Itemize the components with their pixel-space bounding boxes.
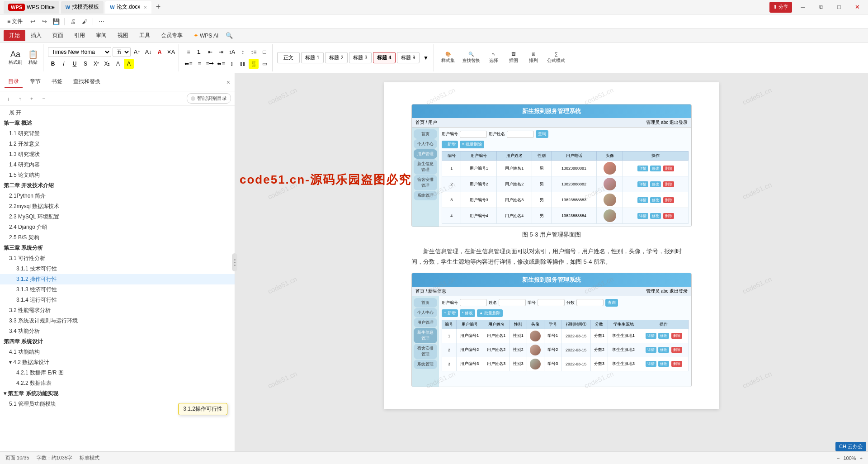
font-size-down-btn[interactable]: A↓ (143, 47, 153, 57)
toc-remove-btn[interactable]: − (38, 95, 48, 103)
superscript-btn[interactable]: X² (91, 59, 101, 69)
border2-btn[interactable]: ▭ (259, 59, 269, 69)
sidebar-close-btn[interactable]: × (226, 79, 230, 86)
add-btn-1[interactable]: + 新增 (442, 141, 458, 148)
sys-nav-newstudent-2[interactable]: 新生信息管理 (414, 328, 437, 343)
style-h2[interactable]: 标题 2 (325, 52, 348, 63)
clear-format-btn[interactable]: ✕A (166, 47, 176, 57)
find-replace-btn[interactable]: 🔍 查找替换 (459, 50, 483, 66)
style-normal[interactable]: 正文 (277, 52, 300, 63)
ai-recognition-btn[interactable]: 智能识别目录 (187, 93, 231, 104)
search-ribbon-btn[interactable]: 🔍 (224, 30, 235, 41)
sys-nav-home-1[interactable]: 首页 (414, 129, 437, 139)
ribbon-tab-view[interactable]: 视图 (112, 30, 134, 41)
align-right-btn[interactable]: ≡⮕ (205, 59, 215, 69)
line-spacing-btn[interactable]: ↕≡ (249, 47, 259, 57)
col-btn[interactable]: ⫿ (227, 59, 237, 69)
ribbon-tab-review[interactable]: 审阅 (90, 30, 112, 41)
search-xuehao-input[interactable] (538, 299, 565, 306)
font-size-select[interactable]: 五号 (113, 47, 131, 57)
edit-btn-3[interactable]: 修改 (650, 213, 661, 219)
ns-edit-btn-0[interactable]: 修改 (658, 333, 669, 339)
toc-item-3-2[interactable]: 3.2 性能需求分析 (0, 305, 235, 316)
del-btn-3[interactable]: 删除 (663, 213, 674, 219)
save-btn[interactable]: 💾 (51, 16, 61, 27)
toc-item-expand[interactable]: 展 开 (0, 108, 235, 118)
toc-item-4-2[interactable]: ▾ 4.2 数据库设计 (0, 357, 235, 368)
ns-del-btn-1[interactable]: 删除 (671, 347, 682, 353)
style-dropdown-btn[interactable]: ▼ (421, 53, 431, 63)
style-set-btn[interactable]: 🎨 样式集 (439, 50, 458, 66)
toc-item-1-5[interactable]: 1.5 论文结构 (0, 170, 235, 180)
doc-area[interactable]: code51.cn code51.cn code51.cn code51.cn … (235, 73, 868, 451)
sidebar-tab-findreplace[interactable]: 查找和替换 (70, 76, 104, 88)
toc-item-4-2-2[interactable]: 4.2.2 数据库表 (0, 378, 235, 388)
ribbon-tab-insert[interactable]: 插入 (25, 30, 47, 41)
font-color-btn[interactable]: A (155, 47, 165, 57)
detail-btn-2[interactable]: 详情 (637, 197, 648, 203)
sort-btn[interactable]: ↕ (238, 47, 248, 57)
sidebar-resize-handle[interactable] (232, 253, 237, 271)
style-h3[interactable]: 标题 3 (349, 52, 372, 63)
win-share-btn[interactable]: ⬆ 分享 (769, 2, 792, 13)
toc-item-3-1-1[interactable]: 3.1.1 技术可行性 (0, 264, 235, 274)
italic-btn[interactable]: I (59, 59, 69, 69)
win-restore-btn[interactable]: ⧉ (814, 2, 828, 13)
toc-add-btn[interactable]: + (27, 95, 37, 103)
search-uid-input[interactable] (460, 131, 487, 138)
toc-item-2-4[interactable]: 2.4 Django 介绍 (0, 222, 235, 232)
add-btn-2[interactable]: + 新增 (442, 309, 458, 317)
ns-edit-btn-2[interactable]: 修改 (658, 361, 669, 367)
align-center-btn[interactable]: ≡ (194, 59, 204, 69)
sys-nav-sysadmin-1[interactable]: 系统管理 (414, 191, 437, 200)
batch-delete-btn-1[interactable]: ≡ 批量删除 (460, 141, 484, 148)
tab-doc[interactable]: W 论文.docx × (105, 1, 151, 14)
search-name-input[interactable] (507, 131, 534, 138)
detail-btn-3[interactable]: 详情 (637, 213, 648, 219)
win-close-btn[interactable]: ✕ (850, 2, 864, 13)
ns-del-btn-0[interactable]: 删除 (671, 333, 682, 339)
toc-item-2-2[interactable]: 2.2mysql 数据库技术 (0, 201, 235, 212)
ribbon-tab-page[interactable]: 页面 (47, 30, 69, 41)
del-btn-2[interactable]: 删除 (663, 197, 674, 203)
toc-item-1-2[interactable]: 1.2 开发意义 (0, 139, 235, 149)
toc-item-4-2-1[interactable]: 4.2.1 数据库 E/R 图 (0, 368, 235, 378)
numbered-list-btn[interactable]: 1. (194, 47, 204, 57)
ns-del-btn-2[interactable]: 删除 (671, 361, 682, 367)
align-justify-btn[interactable]: ⬌≡ (216, 59, 226, 69)
toc-item-ch5[interactable]: ▾ 第五章 系统功能实现 (0, 388, 235, 399)
toc-collapse-btn[interactable]: ↑ (15, 95, 25, 103)
toc-item-ch2[interactable]: 第二章 开发技术介绍 (0, 180, 235, 191)
paste-btn[interactable]: 📋 粘贴 (26, 49, 40, 67)
select-btn[interactable]: ↖ 选择 (485, 50, 503, 66)
subscript-btn[interactable]: X₂ (102, 59, 112, 69)
search-name-input-2[interactable] (499, 299, 526, 306)
batch-delete-btn-2[interactable]: ▲ 批量删除 (477, 309, 503, 317)
text-dir-btn[interactable]: ↕A (227, 47, 237, 57)
ns-detail-btn-1[interactable]: 详情 (646, 347, 656, 353)
menu-file[interactable]: ≡ 文件 (4, 16, 26, 27)
style-h4[interactable]: 标题 4 (373, 52, 396, 63)
style-h1[interactable]: 标题 1 (301, 52, 324, 63)
tab-wps-home[interactable]: WPS WPS Office (4, 1, 59, 14)
toc-item-3-3[interactable]: 3.3 系统设计规则与运行环境 (0, 316, 235, 326)
sidebar-tab-toc[interactable]: 目录 (5, 76, 23, 88)
sidebar-tab-chapter[interactable]: 章节 (26, 76, 44, 88)
del-btn-1[interactable]: 删除 (663, 181, 674, 187)
toc-item-4-1[interactable]: 4.1 功能结构 (0, 347, 235, 357)
toc-item-1-3[interactable]: 1.3 研究现状 (0, 149, 235, 160)
col-spacing-btn[interactable]: ⫿⫿ (238, 59, 248, 69)
format-painter-btn[interactable]: 🖌 (79, 16, 90, 27)
strikethrough-btn[interactable]: S (80, 59, 90, 69)
detail-btn-1[interactable]: 详情 (637, 181, 648, 187)
zoom-out-btn[interactable]: − (837, 455, 840, 461)
toc-item-ch1[interactable]: 第一章 概述 (0, 118, 235, 128)
edit-btn-1[interactable]: 修改 (650, 181, 661, 187)
toc-item-1-1[interactable]: 1.1 研究背景 (0, 128, 235, 139)
add-tab-btn[interactable]: + (153, 2, 164, 12)
ribbon-tab-vip[interactable]: 会员专享 (156, 30, 188, 41)
ribbon-tab-start[interactable]: 开始 (4, 30, 25, 41)
ribbon-tab-ai[interactable]: ✦ WPS AI (188, 30, 224, 41)
style-h9[interactable]: 标题 9 (397, 52, 420, 63)
more-tools-btn[interactable]: ⋯ (96, 16, 107, 27)
